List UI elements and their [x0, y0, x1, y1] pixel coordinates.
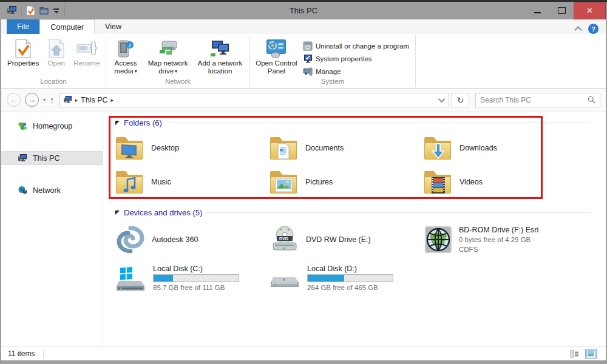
- sidebar-item-this-pc[interactable]: This PC: [1, 151, 103, 165]
- autodesk-360-icon: [115, 226, 146, 254]
- free-space-text: 0 bytes free of 4.29 GB: [459, 235, 538, 244]
- tile-documents[interactable]: Documents: [270, 131, 424, 165]
- svg-text:DVD: DVD: [279, 237, 288, 241]
- collapse-triangle-icon[interactable]: [115, 211, 120, 215]
- breadcrumb-this-pc[interactable]: This PC: [81, 96, 107, 104]
- local-disk-c-icon: [115, 264, 147, 292]
- downloads-folder-icon: [424, 135, 452, 161]
- large-icons-view-button[interactable]: [585, 349, 597, 359]
- folders-section-header[interactable]: Folders (6): [115, 116, 606, 129]
- ribbon-separator: [415, 35, 416, 87]
- ribbon-group-system: Open Control Panel Uninstall or change a…: [250, 34, 415, 88]
- status-bar: 11 items: [1, 346, 606, 360]
- capacity-bar-fill: [154, 275, 173, 281]
- tile-autodesk-360[interactable]: Autodesk 360: [115, 221, 270, 258]
- properties-icon: [15, 38, 32, 59]
- open-icon: [48, 38, 65, 59]
- file-list-pane: Folders (6) Desktop Documents: [103, 112, 606, 346]
- status-divider: [43, 349, 44, 358]
- open-button: Open: [42, 36, 70, 67]
- section-rule: [167, 123, 590, 123]
- tab-view[interactable]: View: [95, 19, 132, 34]
- this-pc-icon: [7, 6, 17, 15]
- recent-locations-caret-icon[interactable]: ▾: [43, 97, 46, 103]
- network-icon: [18, 186, 27, 195]
- breadcrumb-arrow-icon[interactable]: ▸: [75, 97, 78, 103]
- dropdown-caret-icon: [174, 67, 177, 75]
- help-icon[interactable]: ?: [588, 24, 599, 34]
- capacity-bar-fill: [308, 275, 344, 281]
- forward-button[interactable]: →: [25, 93, 39, 107]
- free-space-text: 85.7 GB free of 111 GB: [153, 283, 239, 292]
- tile-downloads[interactable]: Downloads: [424, 131, 578, 165]
- add-network-location-button[interactable]: Add a network location: [193, 36, 247, 75]
- manage-button[interactable]: Manage: [303, 66, 409, 77]
- this-pc-icon: [18, 154, 27, 163]
- access-media-icon: ♪: [117, 38, 135, 59]
- pictures-folder-icon: [270, 169, 298, 195]
- tile-desktop[interactable]: Desktop: [115, 131, 270, 165]
- qat-customize-arrow-icon[interactable]: [53, 7, 60, 15]
- address-pc-icon: [63, 96, 72, 104]
- manage-icon: [303, 67, 313, 76]
- tile-music[interactable]: Music: [115, 165, 270, 199]
- refresh-button[interactable]: ↻: [452, 93, 469, 107]
- devices-section-header[interactable]: Devices and drives (5): [115, 206, 606, 218]
- maximize-button[interactable]: [549, 2, 574, 19]
- system-properties-icon: [303, 54, 313, 64]
- section-title: Folders (6): [124, 118, 162, 127]
- rename-button: Rename: [70, 36, 103, 67]
- open-control-panel-button[interactable]: Open Control Panel: [253, 36, 300, 75]
- collapse-triangle-icon[interactable]: [115, 121, 120, 125]
- filesystem-text: CDFS: [459, 245, 538, 254]
- tab-file[interactable]: File: [7, 19, 39, 34]
- details-view-button[interactable]: [569, 349, 580, 359]
- ribbon-group-location: Properties Open Rename Location: [1, 34, 106, 88]
- sidebar-item-network[interactable]: Network: [1, 183, 103, 197]
- window-title: This PC: [1, 6, 606, 15]
- sidebar-item-homegroup[interactable]: Homegroup: [1, 119, 103, 133]
- desktop-folder-icon: [115, 135, 144, 161]
- search-input[interactable]: [480, 96, 588, 104]
- section-rule: [207, 212, 590, 213]
- rename-icon: [76, 38, 97, 59]
- system-properties-button[interactable]: System properties: [303, 53, 409, 64]
- map-network-drive-button[interactable]: Map network drive: [143, 36, 193, 75]
- ribbon-group-network: ♪ Access media Map network drive Add a n…: [106, 34, 249, 88]
- uninstall-program-button[interactable]: Uninstall or change a program: [303, 41, 409, 52]
- navigation-bar: ← → ▾ ↑ ▸ This PC ▸ ↻: [1, 89, 606, 112]
- minimize-button[interactable]: [525, 2, 549, 19]
- address-bar[interactable]: ▸ This PC ▸: [59, 93, 449, 107]
- devices-grid-row1: Autodesk 360 DVD DVD RW Drive (E:) BD-RO…: [115, 221, 606, 258]
- explorer-window: This PC File Computer View ? Properties: [0, 2, 607, 364]
- qat-folder-icon[interactable]: [39, 6, 49, 15]
- uninstall-program-icon: [303, 41, 313, 51]
- group-label-system: System: [250, 78, 415, 88]
- minimize-ribbon-icon[interactable]: [574, 26, 582, 34]
- qat-properties-icon[interactable]: [26, 5, 35, 16]
- search-icon[interactable]: [588, 96, 595, 104]
- tile-pictures[interactable]: Pictures: [270, 165, 424, 199]
- up-button[interactable]: ↑: [50, 95, 55, 105]
- qat-separator: [64, 6, 65, 16]
- map-network-drive-icon: [157, 38, 179, 59]
- title-bar: This PC: [1, 2, 606, 19]
- free-space-text: 264 GB free of 465 GB: [307, 283, 393, 292]
- add-network-location-icon: [209, 38, 231, 59]
- tile-videos[interactable]: Videos: [424, 165, 578, 199]
- tab-computer[interactable]: Computer: [39, 19, 95, 34]
- qat-separator: [21, 6, 22, 16]
- breadcrumb-arrow-icon[interactable]: ▸: [111, 97, 114, 103]
- tile-local-disk-d[interactable]: Local Disk (D:) 264 GB free of 465 GB: [270, 262, 424, 294]
- access-media-button[interactable]: ♪ Access media: [109, 36, 143, 75]
- properties-button[interactable]: Properties: [4, 36, 42, 67]
- section-title: Devices and drives (5): [124, 208, 202, 217]
- item-count: 11 items: [8, 349, 35, 358]
- tile-local-disk-c[interactable]: Local Disk (C:) 85.7 GB free of 111 GB: [115, 262, 270, 294]
- close-button[interactable]: [574, 2, 606, 19]
- back-button: ←: [7, 93, 21, 107]
- tile-bdrom-drive[interactable]: BD-ROM Drive (F:) Esri 0 bytes free of 4…: [424, 221, 578, 258]
- tile-dvd-drive[interactable]: DVD DVD RW Drive (E:): [270, 221, 424, 258]
- window-bottom-border: [1, 360, 606, 364]
- address-dropdown-icon[interactable]: [438, 95, 445, 102]
